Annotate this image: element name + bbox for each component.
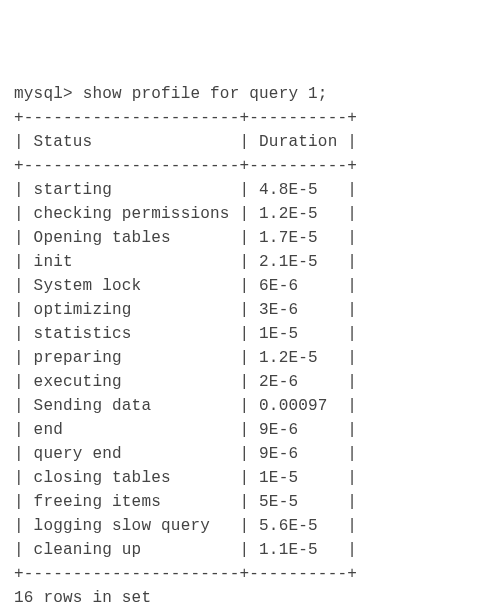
mysql-prompt: mysql> [14,85,83,103]
sql-command: show profile for query 1; [83,85,328,103]
terminal-output: mysql> show profile for query 1; +------… [14,82,486,610]
table-header-row: | Status | Duration | [14,133,357,151]
table-border-top: +----------------------+----------+ [14,109,357,127]
table-body: | starting | 4.8E-5 | | checking permiss… [14,181,357,559]
table-border-mid: +----------------------+----------+ [14,157,357,175]
result-footer: 16 rows in set [14,589,151,607]
table-border-bottom: +----------------------+----------+ [14,565,357,583]
